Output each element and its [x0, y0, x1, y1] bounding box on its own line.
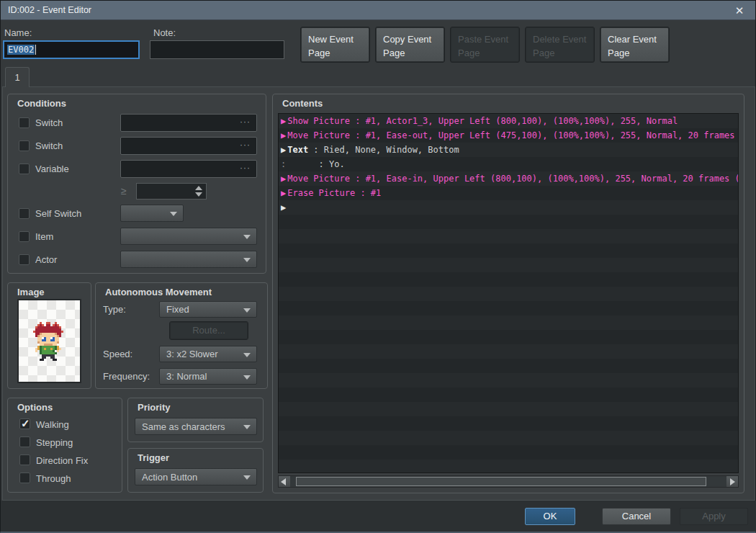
note-label: Note:	[153, 27, 176, 38]
frequency-select[interactable]: 3: Normal	[159, 368, 257, 385]
actor-checkbox[interactable]	[19, 254, 30, 265]
ellipsis-icon[interactable]: ···	[240, 117, 251, 127]
switch1-label: Switch	[35, 117, 63, 128]
scroll-right-icon	[730, 478, 735, 485]
text-caret	[35, 45, 36, 55]
speed-value: 3: x2 Slower	[166, 349, 218, 359]
character-image-box[interactable]	[17, 299, 81, 383]
stepping-checkbox[interactable]	[19, 436, 30, 447]
priority-title: Priority	[138, 402, 171, 413]
spinner-up-icon[interactable]	[195, 186, 202, 190]
command-arrow-icon: ▶	[281, 174, 286, 184]
dropdown-arrow-icon	[170, 212, 177, 216]
image-panel: Image	[7, 282, 91, 389]
route-button: Route...	[170, 322, 248, 339]
copy-event-page-button[interactable]: Copy Event Page	[376, 27, 444, 62]
speed-label: Speed:	[103, 349, 132, 359]
options-title: Options	[17, 402, 53, 413]
frequency-label: Frequency:	[103, 371, 150, 382]
command-arrow-icon: ▶	[281, 188, 286, 198]
command-continuation-icon: :	[281, 159, 286, 169]
dropdown-arrow-icon	[243, 375, 251, 380]
actor-select[interactable]	[120, 251, 257, 268]
autonomous-movement-panel: Autonomous Movement Type: Fixed Route...…	[95, 282, 268, 389]
window-title: ID:002 - Event Editor	[8, 5, 91, 15]
priority-value: Same as characters	[142, 421, 225, 432]
walking-checkbox[interactable]	[19, 418, 30, 429]
note-input[interactable]	[150, 40, 284, 59]
self-switch-select[interactable]	[120, 205, 184, 222]
command-row[interactable]: ▶Show Picture : #1, Actor1_3, Upper Left…	[279, 114, 738, 128]
conditions-title: Conditions	[17, 98, 66, 109]
trigger-panel: Trigger Action Button	[127, 448, 264, 493]
direction-fix-label: Direction Fix	[36, 455, 88, 466]
command-row[interactable]: ▶Text : Ried, None, Window, Bottom	[279, 143, 738, 157]
ok-button[interactable]: OK	[525, 508, 575, 525]
command-row[interactable]: ▶Move Picture : #1, Ease-out, Upper Left…	[279, 128, 738, 143]
clear-event-page-button[interactable]: Clear Event Page	[600, 27, 669, 62]
self-switch-label: Self Switch	[35, 208, 81, 219]
command-arrow-icon: ▶	[281, 202, 286, 212]
scrollbar-thumb[interactable]	[296, 477, 706, 486]
delete-event-page-button: Delete Event Page	[526, 27, 594, 62]
command-row[interactable]: : : Yo.	[279, 157, 738, 171]
switch2-checkbox[interactable]	[19, 140, 30, 151]
frequency-value: 3: Normal	[166, 371, 207, 382]
type-value: Fixed	[166, 304, 189, 315]
stepping-label: Stepping	[36, 437, 73, 448]
switch2-label: Switch	[35, 140, 63, 151]
horizontal-scrollbar[interactable]	[278, 475, 739, 488]
switch1-checkbox[interactable]	[19, 117, 30, 128]
command-row[interactable]: ▶Erase Picture : #1	[279, 186, 738, 200]
self-switch-checkbox[interactable]	[19, 208, 30, 219]
dropdown-arrow-icon	[243, 235, 251, 239]
ellipsis-icon[interactable]: ···	[240, 163, 251, 173]
title-bar[interactable]: ID:002 - Event Editor ✕	[1, 1, 755, 20]
speed-select[interactable]: 3: x2 Slower	[159, 346, 257, 362]
type-select[interactable]: Fixed	[159, 301, 257, 318]
new-event-page-button[interactable]: New Event Page	[301, 27, 369, 62]
name-value-selected: EV002	[7, 45, 35, 55]
character-sprite	[33, 322, 68, 361]
type-label: Type:	[103, 304, 126, 315]
image-title: Image	[17, 287, 45, 297]
priority-panel: Priority Same as characters	[127, 398, 264, 442]
options-panel: Options Walking Stepping Direction Fix T…	[7, 398, 122, 493]
tab-page-1[interactable]: 1	[5, 67, 30, 87]
event-editor-dialog: ID:002 - Event Editor ✕ Name: EV002 Note…	[0, 0, 756, 533]
trigger-select[interactable]: Action Button	[135, 468, 257, 485]
close-icon[interactable]: ✕	[732, 4, 747, 18]
switch2-input[interactable]: ···	[120, 137, 257, 155]
ellipsis-icon[interactable]: ···	[240, 140, 251, 150]
autonomous-movement-title: Autonomous Movement	[105, 287, 212, 297]
command-arrow-icon: ▶	[281, 145, 286, 155]
switch1-input[interactable]: ···	[120, 114, 257, 132]
scrollbar-track[interactable]	[290, 476, 726, 487]
direction-fix-checkbox[interactable]	[19, 454, 30, 465]
event-command-list[interactable]: ▶Show Picture : #1, Actor1_3, Upper Left…	[278, 113, 739, 473]
dropdown-arrow-icon	[243, 425, 251, 429]
variable-value-spinner[interactable]	[136, 183, 207, 200]
scroll-left-button[interactable]	[279, 476, 290, 487]
item-select[interactable]	[120, 228, 257, 245]
walking-label: Walking	[36, 419, 69, 430]
scroll-right-button[interactable]	[726, 476, 738, 487]
command-row[interactable]: ▶Move Picture : #1, Ease-in, Upper Left …	[279, 171, 738, 186]
command-row-empty[interactable]: ▶	[279, 200, 738, 215]
item-checkbox[interactable]	[19, 231, 30, 242]
name-label: Name:	[4, 27, 32, 38]
through-checkbox[interactable]	[19, 472, 30, 483]
spinner-down-icon[interactable]	[195, 192, 202, 197]
variable-checkbox[interactable]	[19, 164, 30, 174]
apply-button: Apply	[680, 508, 748, 525]
dropdown-arrow-icon	[243, 353, 251, 357]
priority-select[interactable]: Same as characters	[135, 418, 257, 435]
dropdown-arrow-icon	[243, 308, 251, 313]
variable-label: Variable	[35, 164, 69, 174]
name-input[interactable]: EV002	[3, 40, 140, 59]
actor-label: Actor	[35, 254, 57, 265]
trigger-value: Action Button	[142, 472, 197, 483]
variable-input[interactable]: ···	[120, 160, 257, 178]
dropdown-arrow-icon	[243, 258, 251, 262]
cancel-button[interactable]: Cancel	[602, 508, 671, 525]
